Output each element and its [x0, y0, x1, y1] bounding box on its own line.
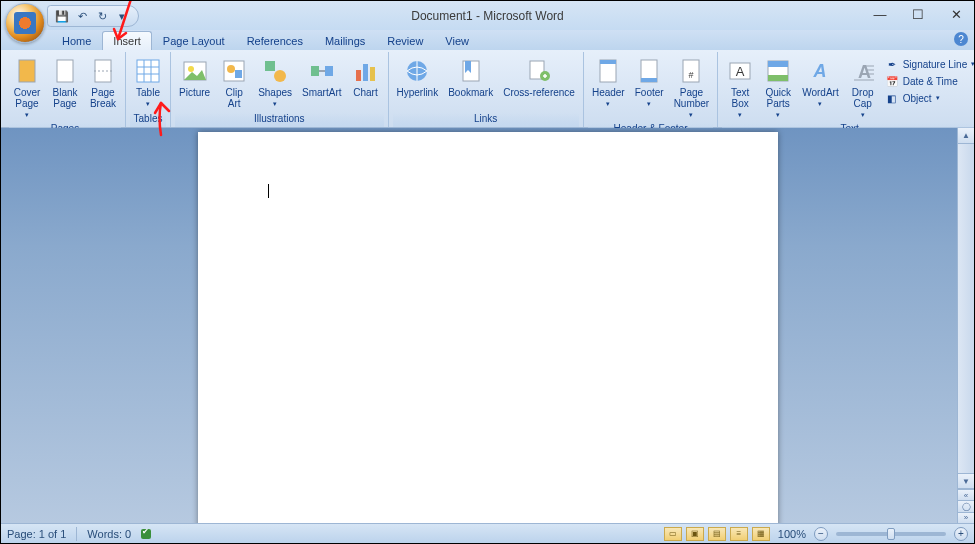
status-page[interactable]: Page: 1 of 1 [7, 528, 66, 540]
quick-parts-button[interactable]: Quick Parts [760, 54, 796, 123]
svg-rect-20 [265, 61, 275, 71]
qat-save-button[interactable]: 💾 [54, 10, 70, 23]
wordart-icon: A [806, 57, 834, 85]
view-print-layout-button[interactable]: ▭ [664, 527, 682, 541]
bookmark-button[interactable]: Bookmark [444, 54, 497, 101]
help-button[interactable]: ? [954, 32, 968, 46]
restore-button[interactable]: ☐ [906, 5, 930, 23]
vertical-scrollbar[interactable]: ▲ ▼ « ◯ » [957, 128, 974, 523]
cover-page-button-label: Cover Page [14, 87, 41, 109]
signature-line-button[interactable]: ✒Signature Line ▾ [883, 56, 975, 72]
text-box-button[interactable]: AText Box [722, 54, 758, 123]
blank-page-button-label: Blank Page [52, 87, 77, 109]
drop-cap-button[interactable]: ADrop Cap [845, 54, 881, 123]
tab-page-layout[interactable]: Page Layout [152, 31, 236, 50]
quick-parts-icon [764, 57, 792, 85]
signature-line-button-label: Signature Line [903, 59, 968, 70]
blank-page-button[interactable]: Blank Page [47, 54, 83, 112]
date-time-button[interactable]: 📅Date & Time [883, 73, 975, 89]
hyperlink-button[interactable]: Hyperlink [393, 54, 443, 101]
footer-button[interactable]: Footer [631, 54, 668, 112]
view-full-screen-button[interactable]: ▣ [686, 527, 704, 541]
object-button[interactable]: ◧Object ▾ [883, 90, 975, 106]
tab-review[interactable]: Review [376, 31, 434, 50]
zoom-slider[interactable] [836, 532, 946, 536]
zoom-level[interactable]: 100% [778, 528, 806, 540]
tab-mailings[interactable]: Mailings [314, 31, 376, 50]
svg-rect-23 [325, 66, 333, 76]
header-button-label: Header [592, 87, 625, 98]
svg-rect-24 [356, 70, 361, 81]
table-button[interactable]: Table [130, 54, 166, 112]
tab-insert[interactable]: Insert [102, 31, 152, 50]
page-number-button[interactable]: #Page Number [670, 54, 714, 123]
ribbon-group-pages: Cover PageBlank PagePage BreakPages [5, 52, 126, 127]
tab-references[interactable]: References [236, 31, 314, 50]
svg-rect-46 [768, 75, 788, 81]
clip-art-button[interactable]: Clip Art [216, 54, 252, 112]
view-web-layout-button[interactable]: ▤ [708, 527, 726, 541]
ribbon-group-header-footer: HeaderFooter#Page NumberHeader & Footer [584, 52, 718, 127]
status-bar: Page: 1 of 1 Words: 0 ▭ ▣ ▤ ≡ ▦ 100% − + [1, 523, 974, 543]
svg-rect-10 [137, 60, 159, 82]
cover-page-button[interactable]: Cover Page [9, 54, 45, 123]
date-time-button-label: Date & Time [903, 76, 958, 87]
text-cursor [268, 184, 269, 198]
cross-reference-button[interactable]: Cross-reference [499, 54, 579, 101]
picture-button[interactable]: Picture [175, 54, 214, 101]
clip-art-button-label: Clip Art [226, 87, 243, 109]
table-button-label: Table [136, 87, 160, 98]
header-button[interactable]: Header [588, 54, 629, 112]
status-words[interactable]: Words: 0 [87, 528, 131, 540]
bookmark-button-label: Bookmark [448, 87, 493, 98]
svg-text:#: # [689, 70, 694, 80]
ribbon-insert: Cover PageBlank PagePage BreakPagesTable… [1, 50, 974, 128]
svg-text:A: A [736, 64, 745, 79]
svg-rect-25 [363, 64, 368, 81]
tab-home[interactable]: Home [51, 31, 102, 50]
zoom-in-button[interactable]: + [954, 527, 968, 541]
cross-reference-icon [525, 57, 553, 85]
svg-point-16 [188, 66, 194, 72]
zoom-out-button[interactable]: − [814, 527, 828, 541]
scroll-up-button[interactable]: ▲ [958, 128, 974, 144]
document-page[interactable] [198, 132, 778, 523]
scroll-down-button[interactable]: ▼ [958, 473, 974, 489]
page-break-button-label: Page Break [90, 87, 116, 109]
chart-icon [352, 57, 380, 85]
tab-view[interactable]: View [434, 31, 480, 50]
view-outline-button[interactable]: ≡ [730, 527, 748, 541]
browse-object-button[interactable]: ◯ [958, 500, 974, 511]
svg-rect-22 [311, 66, 319, 76]
quick-access-toolbar: 💾 ↶ ↻ ▾ [47, 5, 139, 27]
qat-undo-button[interactable]: ↶ [74, 10, 90, 23]
chart-button[interactable]: Chart [348, 54, 384, 101]
svg-rect-26 [370, 67, 375, 81]
svg-rect-3 [57, 60, 73, 82]
picture-icon [181, 57, 209, 85]
window-title: Document1 - Microsoft Word [1, 9, 974, 23]
ribbon-group-links: HyperlinkBookmarkCross-referenceLinks [389, 52, 584, 127]
svg-rect-19 [235, 70, 242, 78]
wordart-button[interactable]: AWordArt [798, 54, 843, 112]
smartart-button-label: SmartArt [302, 87, 341, 98]
drop-cap-button-label: Drop Cap [852, 87, 874, 109]
page-break-icon [89, 57, 117, 85]
office-button[interactable] [5, 3, 45, 43]
chart-button-label: Chart [353, 87, 377, 98]
previous-page-button[interactable]: « [958, 489, 974, 500]
proofing-status-icon[interactable] [141, 529, 151, 539]
next-page-button[interactable]: » [958, 512, 974, 523]
minimize-button[interactable]: — [868, 5, 892, 23]
view-draft-button[interactable]: ▦ [752, 527, 770, 541]
footer-icon [635, 57, 663, 85]
qat-redo-button[interactable]: ↻ [94, 10, 110, 23]
document-workspace[interactable] [1, 128, 974, 523]
shapes-button[interactable]: Shapes [254, 54, 296, 112]
qat-customize-button[interactable]: ▾ [114, 10, 130, 23]
zoom-slider-thumb[interactable] [887, 528, 895, 540]
picture-button-label: Picture [179, 87, 210, 98]
smartart-button[interactable]: SmartArt [298, 54, 345, 101]
page-break-button[interactable]: Page Break [85, 54, 121, 112]
close-button[interactable]: ✕ [944, 5, 968, 23]
